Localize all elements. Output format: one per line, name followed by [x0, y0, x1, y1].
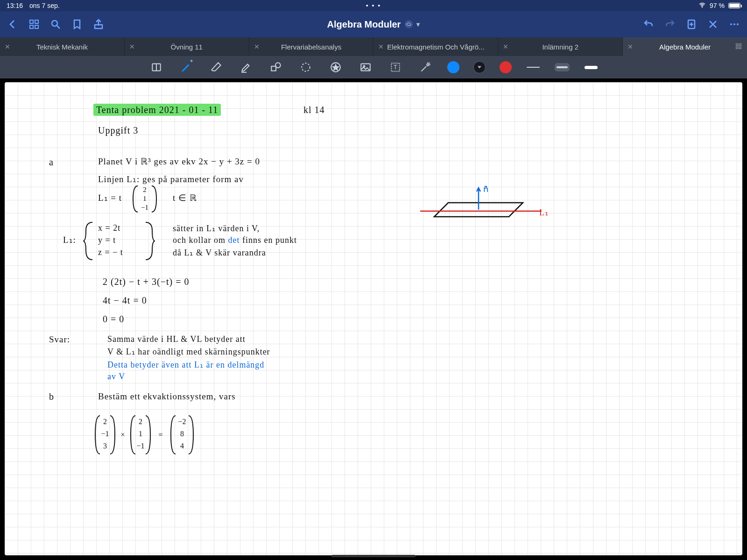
laser-tool[interactable] — [417, 59, 433, 75]
tab-close-icon[interactable]: ✕ — [503, 43, 508, 50]
svg-rect-1 — [30, 20, 33, 23]
svg-point-25 — [302, 63, 310, 71]
svg-line-35 — [429, 63, 430, 64]
svg-text:−2: −2 — [178, 418, 186, 425]
tab-overview-icon[interactable] — [735, 43, 742, 51]
status-date: ons 7 sep. — [29, 2, 60, 9]
stroke-thick[interactable] — [584, 63, 599, 71]
cross-product: 2−13 × 21−1 = −284 — [93, 414, 210, 456]
note-title: Tenta problem 2021 - 01 - 11 — [93, 105, 221, 115]
tab-close-icon[interactable]: ✕ — [5, 43, 10, 50]
document-title[interactable]: Algebra Moduler ▾ — [327, 19, 420, 30]
sync-status-icon — [404, 20, 413, 28]
favorites-tool[interactable] — [328, 59, 344, 75]
note-title-time: kl 14 — [303, 105, 325, 115]
label-a: a — [49, 157, 54, 168]
tab-teknisk-mekanik[interactable]: ✕ Teknisk Mekanik — [0, 37, 124, 56]
tab-close-icon[interactable]: ✕ — [378, 43, 384, 50]
svg-rect-17 — [739, 43, 741, 45]
svg-text:1: 1 — [143, 195, 147, 202]
tab-inlamning-2[interactable]: ✕ Inlämning 2 — [498, 37, 622, 56]
text-tool[interactable]: T — [388, 59, 403, 75]
svg-rect-16 — [736, 43, 738, 45]
library-grid-button[interactable] — [28, 18, 40, 30]
svg-point-13 — [730, 23, 732, 25]
note-uppgift: Uppgift 3 — [98, 125, 138, 136]
svg-rect-7 — [95, 25, 102, 28]
add-page-button[interactable] — [685, 18, 698, 30]
note-line: Planet V i ℝ³ ges av ekv 2x − y + 3z = 0 — [98, 156, 260, 167]
share-button[interactable] — [92, 18, 105, 30]
svg-text:8: 8 — [180, 430, 184, 438]
color-red[interactable] — [500, 61, 512, 73]
note-line: Detta betyder även att L₁ är en delmängd — [107, 360, 264, 370]
close-button[interactable] — [707, 18, 719, 30]
svg-text:−1: −1 — [101, 430, 109, 438]
svg-text:=: = — [158, 431, 162, 439]
redo-button[interactable] — [664, 18, 676, 30]
vector-bracket: 2 1 −1 — [131, 184, 159, 214]
home-indicator[interactable] — [331, 555, 416, 557]
stroke-thin[interactable] — [526, 63, 541, 71]
brace — [143, 221, 155, 261]
tab-ovning-11[interactable]: ✕ Övning 11 — [124, 37, 249, 56]
more-button[interactable] — [728, 18, 740, 30]
svg-text:3: 3 — [103, 442, 107, 450]
tab-close-icon[interactable]: ✕ — [129, 43, 135, 50]
color-blue[interactable] — [447, 61, 459, 73]
highlighter-tool[interactable] — [238, 59, 254, 75]
note-line: 0 = 0 — [103, 314, 124, 325]
svg-point-15 — [737, 23, 739, 25]
note-line: Linjen L₁: ges på parameter form av — [98, 174, 244, 184]
svg-rect-23 — [271, 66, 276, 71]
shapes-tool[interactable] — [268, 59, 284, 75]
tab-algebra-moduler[interactable]: ✕ Algebra Moduler — [622, 37, 747, 56]
svg-marker-27 — [333, 65, 338, 70]
note-line: 2 (2t) − t + 3(−t) = 0 — [103, 276, 189, 287]
image-tool[interactable] — [358, 59, 374, 75]
svg-line-6 — [57, 26, 60, 28]
tab-label: Elektromagnetism Och Vågrö... — [387, 43, 484, 51]
battery-icon — [728, 3, 740, 8]
svg-rect-18 — [736, 47, 738, 49]
svg-rect-19 — [739, 47, 741, 49]
label-svar: Svar: — [49, 334, 70, 345]
svg-point-5 — [52, 21, 57, 26]
color-picker[interactable] — [473, 61, 486, 73]
note-line: x = 2t — [98, 223, 120, 233]
note-line: Bestäm ett ekvaktionssystem, vars — [98, 391, 236, 402]
note-line: V & L₁ har oändligt med skärningspunkter — [107, 347, 270, 357]
svg-rect-3 — [30, 25, 33, 28]
back-button[interactable] — [7, 18, 19, 30]
note-page[interactable]: Tenta problem 2021 - 01 - 11 kl 14 Uppgi… — [5, 82, 742, 555]
svg-text:−1: −1 — [136, 442, 144, 450]
bookmark-button[interactable] — [71, 18, 83, 30]
svg-text:×: × — [120, 431, 125, 439]
note-line: då L₁ & V skär varandra — [173, 248, 266, 258]
diagram-label-n: n̄ — [483, 184, 489, 194]
pen-tool[interactable] — [178, 59, 194, 75]
note-line: Samma värde i HL & VL betyder att — [107, 334, 246, 344]
readonly-tool[interactable] — [148, 59, 164, 75]
search-button[interactable] — [49, 18, 62, 30]
svg-text:2: 2 — [139, 418, 142, 425]
svg-text:2: 2 — [103, 418, 107, 425]
svg-rect-4 — [35, 25, 38, 28]
tab-close-icon[interactable]: ✕ — [254, 43, 260, 50]
chevron-down-icon: ▾ — [416, 21, 420, 28]
lasso-tool[interactable] — [298, 59, 314, 75]
note-line: sätter in L₁ värden i V, — [173, 223, 260, 234]
tab-elektromagnetism[interactable]: ✕ Elektromagnetism Och Vågrö... — [373, 37, 498, 56]
svg-point-32 — [427, 64, 429, 65]
tab-label: Övning 11 — [171, 43, 203, 51]
svg-point-24 — [275, 63, 281, 68]
tab-close-icon[interactable]: ✕ — [627, 43, 633, 50]
tab-flervariabelsanalys[interactable]: ✕ Flervariabelsanalys — [249, 37, 374, 56]
undo-button[interactable] — [642, 18, 655, 30]
svg-point-14 — [733, 23, 735, 25]
stroke-medium[interactable] — [555, 63, 570, 71]
wifi-icon — [698, 1, 706, 10]
eraser-tool[interactable] — [208, 59, 224, 75]
multitask-dots[interactable]: • • • — [366, 2, 381, 9]
diagram-label-l1: L₁ — [539, 207, 549, 218]
